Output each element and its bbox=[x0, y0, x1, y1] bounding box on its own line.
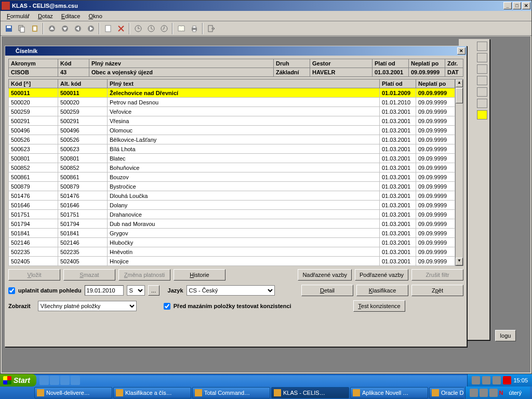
cell-text[interactable]: Bouzov bbox=[108, 172, 380, 182]
cell-np[interactable]: 09.09.9999 bbox=[416, 172, 455, 182]
smazat-button[interactable]: Smazat bbox=[63, 269, 115, 281]
uplatnit-checkbox[interactable] bbox=[8, 287, 15, 294]
cell-kod[interactable]: 501751 bbox=[9, 210, 58, 219]
maximize-button[interactable]: □ bbox=[513, 2, 521, 9]
cell-text[interactable]: Bohuňovice bbox=[108, 163, 380, 172]
cell-text[interactable]: Bystročice bbox=[108, 182, 380, 191]
cell-np[interactable]: 09.09.9999 bbox=[416, 229, 455, 238]
cell-po[interactable]: 01.03.2001 bbox=[380, 126, 416, 135]
taskbar-task[interactable]: Total Command… bbox=[192, 387, 270, 398]
date-picker-button[interactable]: ... bbox=[148, 285, 159, 296]
col-druh[interactable]: Druh bbox=[274, 59, 310, 68]
tool-clock3-icon[interactable] bbox=[158, 23, 170, 34]
klasifikace-button[interactable]: Klasifikace bbox=[356, 285, 408, 296]
dialog-title-bar[interactable]: Číselník ✕ bbox=[5, 46, 467, 56]
menu-okno[interactable]: Okno bbox=[84, 12, 106, 20]
cell-np[interactable]: 09.09.9999 bbox=[416, 154, 455, 163]
detail-button[interactable]: Detail bbox=[301, 285, 353, 296]
table-row[interactable]: 501476501476Dlouhá Loučka01.03.200109.09… bbox=[9, 191, 455, 201]
jazyk-combo[interactable]: CS - Český bbox=[187, 285, 275, 296]
tool-nav-left-icon[interactable] bbox=[72, 23, 84, 34]
zrusit-filtr-button[interactable]: Zrušit filtr bbox=[411, 269, 463, 281]
tray-n-icon[interactable]: N bbox=[499, 390, 503, 396]
tool-save-icon[interactable] bbox=[3, 23, 15, 34]
taskbar-task[interactable]: Aplikace Novell … bbox=[350, 387, 428, 398]
cell-np[interactable]: 09.09.9999 bbox=[416, 247, 455, 257]
cell-alt[interactable]: 500020 bbox=[58, 98, 108, 107]
table-row[interactable]: 502405502405Hnojice01.03.200109.09.9999 bbox=[9, 257, 455, 266]
tool-print-icon[interactable] bbox=[188, 23, 200, 34]
cell-text[interactable]: Olomouc bbox=[108, 126, 380, 135]
cell-text[interactable]: Blatec bbox=[108, 154, 380, 163]
close-button[interactable]: ✕ bbox=[522, 2, 530, 9]
cell-np[interactable]: 09.09.9999 bbox=[416, 210, 455, 219]
cell-text[interactable]: Veřovice bbox=[108, 107, 380, 116]
cell-po[interactable]: 01.03.2001 bbox=[380, 247, 416, 257]
cell-kod[interactable]: 502235 bbox=[9, 247, 58, 257]
cell-alt[interactable]: 500526 bbox=[58, 135, 108, 144]
ql-icon-3[interactable] bbox=[60, 376, 70, 385]
table-row[interactable]: 500259500259Veřovice01.03.200109.09.9999 bbox=[9, 107, 455, 116]
cell-np[interactable]: 09.09.9999 bbox=[416, 107, 455, 116]
table-row[interactable]: 500801500801Blatec01.03.200109.09.9999 bbox=[9, 154, 455, 163]
zmena-platnosti-button[interactable]: Změna platnosti bbox=[118, 269, 170, 281]
cell-alt[interactable]: 500496 bbox=[58, 126, 108, 135]
cell-text[interactable]: Drahanovice bbox=[108, 210, 380, 219]
cell-text[interactable]: Bílá Lhota bbox=[108, 144, 380, 154]
col-plati-od[interactable]: Platí od bbox=[373, 59, 409, 68]
tray-volume-icon[interactable] bbox=[503, 376, 511, 384]
cell-po[interactable]: 01.03.2001 bbox=[380, 201, 416, 210]
col-neplati-po[interactable]: Neplatí po bbox=[409, 59, 445, 68]
cell-np[interactable]: 09.09.9999 bbox=[416, 182, 455, 191]
table-row[interactable]: 501646501646Dolany01.03.200109.09.9999 bbox=[9, 201, 455, 210]
cell-po[interactable]: 01.03.2001 bbox=[380, 219, 416, 229]
cell-np[interactable]: 09.09.9999 bbox=[416, 88, 455, 98]
table-row[interactable]: 500852500852Bohuňovice01.03.200109.09.99… bbox=[9, 163, 455, 172]
cell-kod[interactable]: 501476 bbox=[9, 191, 58, 201]
col-neplati-po[interactable]: Neplatí po bbox=[416, 79, 455, 88]
tool-nav-down-icon[interactable] bbox=[59, 23, 71, 34]
cell-kod[interactable]: 500623 bbox=[9, 144, 58, 154]
cell-text[interactable]: Dub nad Moravou bbox=[108, 219, 380, 229]
ql-icon-4[interactable] bbox=[71, 376, 80, 385]
tray-icon[interactable] bbox=[493, 376, 501, 384]
data-table[interactable]: Kód [^] Alt. kód Plný text Platí od Nepl… bbox=[8, 79, 455, 266]
scroll-down-button[interactable]: ▼ bbox=[456, 258, 463, 265]
scroll-up-button[interactable]: ▲ bbox=[456, 79, 463, 87]
taskbar-task[interactable]: Oracle Develop… bbox=[429, 387, 464, 398]
cell-po[interactable]: 01.03.2001 bbox=[380, 191, 416, 201]
tool-paste-icon[interactable] bbox=[29, 23, 41, 34]
menu-formular[interactable]: Formulář bbox=[3, 12, 34, 20]
table-row[interactable]: 500526500526Bělkovice-Lašťany01.03.20010… bbox=[9, 135, 455, 144]
cell-text[interactable]: Hněvotín bbox=[108, 247, 380, 257]
cell-kod[interactable]: 501841 bbox=[9, 229, 58, 238]
tool-clock1-icon[interactable] bbox=[132, 23, 144, 34]
nadrazene-vazby-button[interactable]: Nadřazené vazby bbox=[298, 269, 352, 281]
cell-alt[interactable]: 500861 bbox=[58, 172, 108, 182]
cell-text[interactable]: Vřesina bbox=[108, 116, 380, 126]
cell-po[interactable]: 01.03.2001 bbox=[380, 154, 416, 163]
table-row[interactable]: 502146502146Hlubočky01.03.200109.09.9999 bbox=[9, 238, 455, 247]
cell-po[interactable]: 01.03.2001 bbox=[380, 229, 416, 238]
cell-alt[interactable]: 501841 bbox=[58, 229, 108, 238]
table-row[interactable]: 501794501794Dub nad Moravou01.03.200109.… bbox=[9, 219, 455, 229]
cell-alt[interactable]: 501751 bbox=[58, 210, 108, 219]
pred-mazanim-checkbox[interactable] bbox=[164, 303, 170, 310]
menu-editace[interactable]: Editace bbox=[57, 12, 85, 20]
col-kod[interactable]: Kód bbox=[58, 59, 89, 68]
cell-np[interactable]: 09.09.9999 bbox=[416, 163, 455, 172]
cell-alt[interactable]: 500801 bbox=[58, 154, 108, 163]
table-row[interactable]: 501751501751Drahanovice01.03.200109.09.9… bbox=[9, 210, 455, 219]
taskbar-task[interactable]: Novell-delivere… bbox=[34, 387, 112, 398]
cell-text[interactable]: Grygov bbox=[108, 229, 380, 238]
cell-po[interactable]: 01.01.2009 bbox=[380, 88, 416, 98]
cell-po[interactable]: 01.03.2001 bbox=[380, 116, 416, 126]
start-button[interactable]: Start bbox=[0, 374, 36, 387]
cell-np[interactable]: 09.09.9999 bbox=[416, 219, 455, 229]
col-alt-kod[interactable]: Alt. kód bbox=[58, 79, 108, 88]
col-akronym[interactable]: Akronym bbox=[9, 59, 58, 68]
logu-button[interactable]: logu bbox=[495, 330, 516, 341]
cell-alt[interactable]: 501646 bbox=[58, 201, 108, 210]
cell-po[interactable]: 01.03.2001 bbox=[380, 107, 416, 116]
scroll-thumb[interactable] bbox=[456, 88, 463, 103]
